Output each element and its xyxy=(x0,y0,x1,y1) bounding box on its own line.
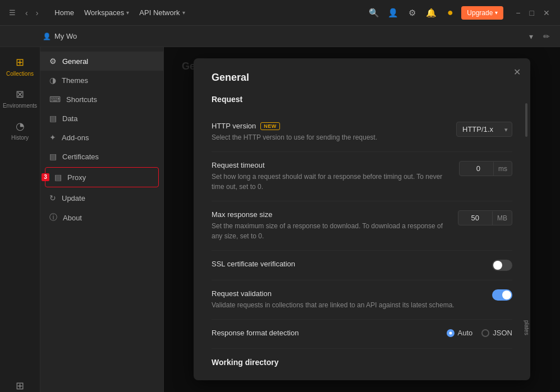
about-nav-icon: ⓘ xyxy=(49,213,57,223)
request-validation-track xyxy=(492,289,512,301)
nav-home[interactable]: Home xyxy=(50,6,79,19)
settings-modal: ✕ General Request HTTP version xyxy=(194,58,530,380)
workspace-editor-icon[interactable]: ✏ xyxy=(540,30,553,43)
request-timeout-unit: ms xyxy=(493,162,512,176)
setting-max-response: Max response size Set the maximum size o… xyxy=(212,201,512,251)
workspace-chevron-down[interactable]: ▾ xyxy=(524,30,538,43)
setting-http-version: HTTP version NEW Select the HTTP version… xyxy=(212,113,512,152)
scrollbar-thumb[interactable] xyxy=(525,103,527,137)
modal-title: General xyxy=(212,72,512,84)
ssl-info: SSL certificate verification xyxy=(212,260,483,270)
proxy-nav-icon: ▤ xyxy=(54,173,62,182)
request-timeout-info: Request timeout Set how long a request s… xyxy=(212,161,450,192)
history-icon: ◔ xyxy=(16,120,25,132)
forward-button[interactable]: › xyxy=(33,7,42,19)
menu-icon[interactable]: ☰ xyxy=(7,7,18,19)
request-timeout-input[interactable] xyxy=(460,162,493,176)
response-format-info: Response format detection xyxy=(212,329,438,339)
settings-nav: ⚙ General ◑ Themes ⌨ Shortcuts ▤ Data ✦ xyxy=(40,47,164,392)
settings-nav-proxy[interactable]: ▤ Proxy xyxy=(45,167,159,187)
modal-close-button[interactable]: ✕ xyxy=(510,65,524,79)
minimize-button[interactable]: − xyxy=(512,7,524,19)
workspace-header: 👤 My Wo ▾ ✏ xyxy=(0,26,560,47)
ssl-label: SSL certificate verification xyxy=(212,260,483,268)
content-col: ⚙ General ◑ Themes ⌨ Shortcuts ▤ Data ✦ xyxy=(40,47,560,392)
window-controls: − □ ✕ xyxy=(512,7,553,19)
settings-icon[interactable]: ⚙ xyxy=(404,5,420,21)
request-section-title: Request xyxy=(212,95,512,104)
max-response-input-group: MB xyxy=(458,210,512,225)
nav-links: Home Workspaces ▾ API Network ▾ xyxy=(50,6,189,19)
shortcuts-nav-icon: ⌨ xyxy=(49,95,61,104)
sidebar-item-collections[interactable]: ⊞ Collections xyxy=(4,52,36,81)
ssl-toggle-track xyxy=(492,260,512,271)
workspace-name: My Wo xyxy=(54,32,77,40)
nav-workspaces[interactable]: Workspaces ▾ xyxy=(80,6,134,19)
avatar-icon[interactable]: ● xyxy=(442,5,458,21)
titlebar-controls: ☰ xyxy=(7,7,18,19)
nav-api-network[interactable]: API Network ▾ xyxy=(135,6,189,19)
response-format-label: Response format detection xyxy=(212,329,438,337)
left-sidebar: ⊞ Collections ⊠ Environments ◔ History ⊞ xyxy=(0,47,40,392)
sidebar-label-collections: Collections xyxy=(6,71,34,77)
request-validation-desc: Validate requests in collections that ar… xyxy=(212,300,483,310)
setting-response-format: Response format detection Auto xyxy=(212,320,512,349)
settings-layout: ⚙ General ◑ Themes ⌨ Shortcuts ▤ Data ✦ xyxy=(40,47,560,392)
close-button[interactable]: ✕ xyxy=(540,7,553,19)
sidebar-item-runner[interactable]: ⊞ xyxy=(4,375,36,392)
max-response-unit: MB xyxy=(492,211,512,225)
data-nav-label: Data xyxy=(62,114,77,123)
settings-nav-data[interactable]: ▤ Data xyxy=(40,109,163,128)
http-version-control: HTTP/1.x HTTP/2 HTTP/3 xyxy=(456,122,512,137)
update-nav-icon: ↻ xyxy=(49,193,56,202)
addons-nav-label: Add-ons xyxy=(62,133,89,142)
ssl-toggle[interactable] xyxy=(492,260,512,271)
http-version-select-wrapper: HTTP/1.x HTTP/2 HTTP/3 xyxy=(456,122,512,137)
invite-icon[interactable]: 👤 xyxy=(385,5,401,21)
proxy-badge: 3 xyxy=(42,173,49,181)
sidebar-item-history[interactable]: ◔ History xyxy=(4,116,36,145)
notification-icon[interactable]: 🔔 xyxy=(423,5,439,21)
upgrade-button[interactable]: Upgrade ▾ xyxy=(461,6,503,20)
scrollbar-area: plates xyxy=(525,103,528,335)
settings-nav-themes[interactable]: ◑ Themes xyxy=(40,71,163,90)
max-response-input[interactable] xyxy=(458,211,492,225)
addons-nav-icon: ✦ xyxy=(49,133,56,142)
sidebar-item-environments[interactable]: ⊠ Environments xyxy=(4,84,36,113)
settings-nav-update[interactable]: ↻ Update xyxy=(40,188,163,207)
collections-icon: ⊞ xyxy=(16,56,24,68)
search-icon[interactable]: 🔍 xyxy=(366,5,382,21)
ssl-control xyxy=(492,260,512,271)
maximize-button[interactable]: □ xyxy=(526,7,538,19)
upgrade-chevron: ▾ xyxy=(495,10,498,16)
modal-content: General Request HTTP version NEW xyxy=(194,58,530,380)
request-validation-thumb xyxy=(502,290,511,299)
settings-nav-shortcuts[interactable]: ⌨ Shortcuts xyxy=(40,90,163,109)
workspaces-chevron: ▾ xyxy=(126,10,129,16)
radio-json[interactable]: JSON xyxy=(481,329,512,337)
back-button[interactable]: ‹ xyxy=(22,7,31,19)
response-format-radio-group: Auto JSON xyxy=(447,329,512,337)
sidebar-label-environments: Environments xyxy=(3,103,37,109)
proxy-container: 3 ▤ Proxy xyxy=(45,167,159,187)
http-version-info: HTTP version NEW Select the HTTP version… xyxy=(212,122,447,142)
request-validation-info: Request validation Validate requests in … xyxy=(212,289,483,310)
settings-nav-general[interactable]: ⚙ General xyxy=(40,52,163,71)
request-timeout-input-group: ms xyxy=(459,161,512,176)
settings-nav-certificates[interactable]: ▤ Certificates xyxy=(40,147,163,166)
request-validation-toggle[interactable] xyxy=(492,289,512,301)
working-directory-title: Working directory xyxy=(212,358,512,367)
http-version-select[interactable]: HTTP/1.x HTTP/2 HTTP/3 xyxy=(456,122,512,137)
max-response-control: MB xyxy=(458,210,512,225)
settings-nav-about[interactable]: ⓘ About xyxy=(40,207,163,228)
update-nav-label: Update xyxy=(62,194,85,202)
radio-auto-label: Auto xyxy=(458,329,473,337)
settings-nav-addons[interactable]: ✦ Add-ons xyxy=(40,128,163,147)
ssl-toggle-thumb xyxy=(493,261,502,270)
radio-json-dot xyxy=(481,329,489,337)
workspace-icon: 👤 xyxy=(43,33,51,40)
setting-request-validation: Request validation Validate requests in … xyxy=(212,280,512,320)
main-layout: ⊞ Collections ⊠ Environments ◔ History ⊞… xyxy=(0,47,560,392)
workspace-title-area[interactable]: 👤 My Wo xyxy=(43,32,77,40)
radio-auto[interactable]: Auto xyxy=(447,329,473,337)
